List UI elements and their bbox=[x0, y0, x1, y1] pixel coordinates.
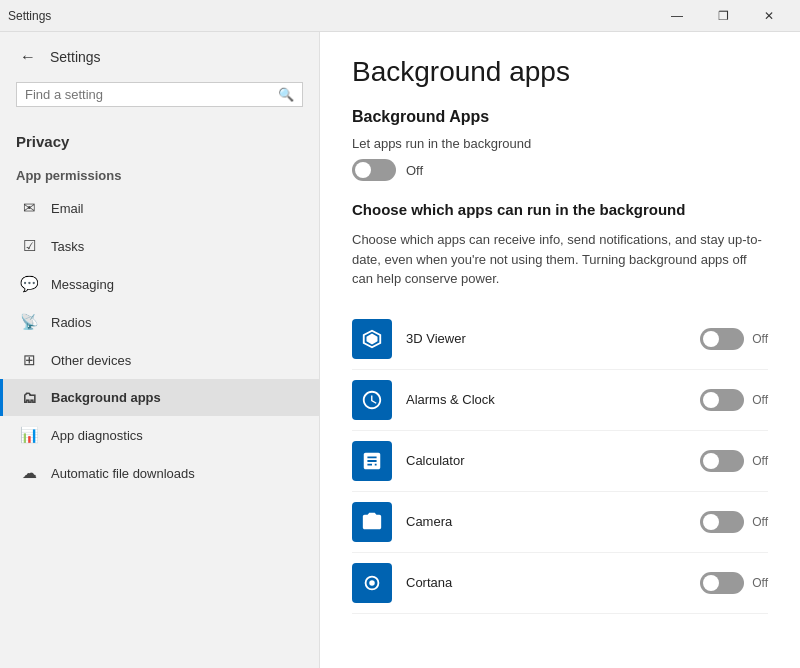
app-diagnostics-icon: 📊 bbox=[19, 426, 39, 444]
toggle-thumb-alarms bbox=[703, 392, 719, 408]
search-icon: 🔍 bbox=[278, 87, 294, 102]
app-toggle-label-camera: Off bbox=[752, 515, 768, 529]
app-toggle-area-alarms: Off bbox=[700, 389, 768, 411]
toggle-thumb bbox=[355, 162, 371, 178]
app-row-calculator: Calculator Off bbox=[352, 431, 768, 492]
app-toggle-calculator[interactable] bbox=[700, 450, 744, 472]
sidebar-nav: ✉ Email ☑ Tasks 💬 Messaging 📡 Radios ⊞ O… bbox=[0, 189, 319, 492]
sidebar-item-background-apps[interactable]: 🗂 Background apps bbox=[0, 379, 319, 416]
sidebar-app-title: Settings bbox=[50, 49, 101, 65]
background-apps-icon: 🗂 bbox=[19, 389, 39, 406]
messaging-icon: 💬 bbox=[19, 275, 39, 293]
app-icon-cortana bbox=[352, 563, 392, 603]
app-toggle-area-calculator: Off bbox=[700, 450, 768, 472]
app-toggle-label-calculator: Off bbox=[752, 454, 768, 468]
sidebar-item-label-background-apps: Background apps bbox=[51, 390, 161, 405]
cube-icon bbox=[361, 328, 383, 350]
svg-point-1 bbox=[369, 580, 375, 586]
title-bar: Settings — ❐ ✕ bbox=[0, 0, 800, 32]
app-toggle-label-3dviewer: Off bbox=[752, 332, 768, 346]
section2-heading: Choose which apps can run in the backgro… bbox=[352, 201, 768, 218]
app-toggle-label-alarms: Off bbox=[752, 393, 768, 407]
calculator-icon bbox=[361, 450, 383, 472]
sidebar-item-app-diagnostics[interactable]: 📊 App diagnostics bbox=[0, 416, 319, 454]
app-toggle-alarms[interactable] bbox=[700, 389, 744, 411]
other-devices-icon: ⊞ bbox=[19, 351, 39, 369]
sidebar-item-radios[interactable]: 📡 Radios bbox=[0, 303, 319, 341]
toggle-thumb-calculator bbox=[703, 453, 719, 469]
let-apps-run-label: Let apps run in the background bbox=[352, 136, 768, 151]
toggle-thumb-cortana bbox=[703, 575, 719, 591]
page-title: Background apps bbox=[352, 56, 768, 88]
main-toggle-label: Off bbox=[406, 163, 423, 178]
app-icon-3dviewer bbox=[352, 319, 392, 359]
title-bar-left: Settings bbox=[8, 9, 51, 23]
sidebar-top: ← Settings bbox=[0, 32, 319, 78]
sidebar-search: 🔍 bbox=[16, 82, 303, 107]
sidebar: ← Settings 🔍 Privacy App permissions ✉ E… bbox=[0, 32, 320, 668]
toggle-thumb-3dviewer bbox=[703, 331, 719, 347]
app-toggle-cortana[interactable] bbox=[700, 572, 744, 594]
toggle-thumb-camera bbox=[703, 514, 719, 530]
sidebar-item-label-tasks: Tasks bbox=[51, 239, 84, 254]
sidebar-item-label-radios: Radios bbox=[51, 315, 91, 330]
app-row-cortana: Cortana Off bbox=[352, 553, 768, 614]
app-toggle-area-cortana: Off bbox=[700, 572, 768, 594]
close-button[interactable]: ✕ bbox=[746, 0, 792, 32]
app-row-alarms: Alarms & Clock Off bbox=[352, 370, 768, 431]
sidebar-item-label-email: Email bbox=[51, 201, 84, 216]
sidebar-item-other-devices[interactable]: ⊞ Other devices bbox=[0, 341, 319, 379]
search-input[interactable] bbox=[25, 87, 278, 102]
app-name-calculator: Calculator bbox=[406, 453, 700, 468]
app-toggle-area-3dviewer: Off bbox=[700, 328, 768, 350]
back-button[interactable]: ← bbox=[16, 44, 40, 70]
app-body: ← Settings 🔍 Privacy App permissions ✉ E… bbox=[0, 32, 800, 668]
sidebar-item-label-app-diagnostics: App diagnostics bbox=[51, 428, 143, 443]
app-permissions-label: App permissions bbox=[0, 156, 319, 189]
minimize-button[interactable]: — bbox=[654, 0, 700, 32]
app-name-camera: Camera bbox=[406, 514, 700, 529]
app-list: 3D Viewer Off Alarms & Clock bbox=[352, 309, 768, 614]
app-icon-camera bbox=[352, 502, 392, 542]
app-name-alarms: Alarms & Clock bbox=[406, 392, 700, 407]
clock-icon bbox=[361, 389, 383, 411]
privacy-label: Privacy bbox=[0, 119, 319, 156]
app-row-3dviewer: 3D Viewer Off bbox=[352, 309, 768, 370]
sidebar-item-email[interactable]: ✉ Email bbox=[0, 189, 319, 227]
sidebar-item-label-other-devices: Other devices bbox=[51, 353, 131, 368]
automatic-downloads-icon: ☁ bbox=[19, 464, 39, 482]
camera-icon bbox=[361, 511, 383, 533]
content-area: Background apps Background Apps Let apps… bbox=[320, 32, 800, 668]
cortana-icon bbox=[361, 572, 383, 594]
app-toggle-label-cortana: Off bbox=[752, 576, 768, 590]
title-bar-controls: — ❐ ✕ bbox=[654, 0, 792, 32]
radios-icon: 📡 bbox=[19, 313, 39, 331]
window-title: Settings bbox=[8, 9, 51, 23]
app-row-camera: Camera Off bbox=[352, 492, 768, 553]
sidebar-item-messaging[interactable]: 💬 Messaging bbox=[0, 265, 319, 303]
app-toggle-area-camera: Off bbox=[700, 511, 768, 533]
tasks-icon: ☑ bbox=[19, 237, 39, 255]
main-toggle-row: Off bbox=[352, 159, 768, 181]
section2-description: Choose which apps can receive info, send… bbox=[352, 230, 768, 289]
app-toggle-3dviewer[interactable] bbox=[700, 328, 744, 350]
sidebar-item-tasks[interactable]: ☑ Tasks bbox=[0, 227, 319, 265]
app-toggle-camera[interactable] bbox=[700, 511, 744, 533]
app-name-cortana: Cortana bbox=[406, 575, 700, 590]
section1-heading: Background Apps bbox=[352, 108, 768, 126]
app-icon-alarms bbox=[352, 380, 392, 420]
maximize-button[interactable]: ❐ bbox=[700, 0, 746, 32]
app-icon-calculator bbox=[352, 441, 392, 481]
sidebar-item-label-automatic-downloads: Automatic file downloads bbox=[51, 466, 195, 481]
email-icon: ✉ bbox=[19, 199, 39, 217]
sidebar-item-label-messaging: Messaging bbox=[51, 277, 114, 292]
app-name-3dviewer: 3D Viewer bbox=[406, 331, 700, 346]
main-toggle[interactable] bbox=[352, 159, 396, 181]
sidebar-item-automatic-downloads[interactable]: ☁ Automatic file downloads bbox=[0, 454, 319, 492]
